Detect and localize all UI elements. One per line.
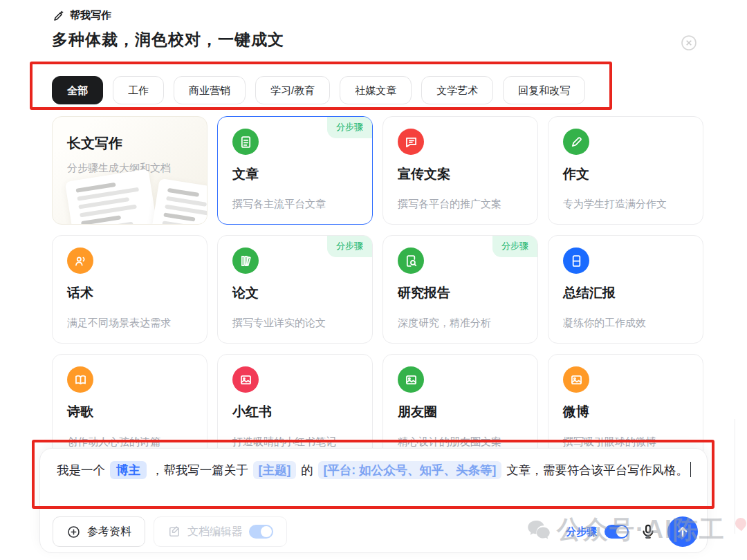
card-subtitle: 深度研究，精准分析 <box>398 317 491 330</box>
page-title: 多种体裁，润色校对，一键成文 <box>52 29 284 50</box>
card-promo-copy[interactable]: 宣传文案 撰写各平台的推广文案 <box>382 116 538 225</box>
text-cursor <box>690 462 692 477</box>
card-thesis[interactable]: 分步骤 论文 撰写专业详实的论文 <box>217 235 373 344</box>
card-moments[interactable]: 朋友圈 精心设计的朋友圈文案 <box>382 354 538 463</box>
reference-material-button[interactable]: 参考资料 <box>53 516 145 547</box>
thesis-icon <box>232 248 259 274</box>
app-title: 帮我写作 <box>70 9 111 22</box>
card-title: 诗歌 <box>67 403 192 421</box>
card-subtitle: 撰写各主流平台文章 <box>232 198 326 211</box>
card-title: 话术 <box>67 284 192 302</box>
card-subtitle: 满足不同场景表达需求 <box>67 317 171 330</box>
card-article[interactable]: 分步骤 文章 撰写各主流平台文章 <box>217 116 373 225</box>
tab-all[interactable]: 全部 <box>52 76 103 104</box>
paper-illustration <box>65 169 160 225</box>
card-title: 长文写作 <box>67 134 192 153</box>
card-title: 微博 <box>563 403 688 421</box>
document-editor-label: 文档编辑器 <box>187 525 243 539</box>
submit-button[interactable] <box>667 516 698 547</box>
step-badge: 分步骤 <box>327 117 372 138</box>
prompt-text: 我是一个 <box>57 463 109 477</box>
poem-icon <box>67 366 93 393</box>
tab-work[interactable]: 工作 <box>113 76 164 104</box>
topic-placeholder-pill[interactable]: [主题] <box>253 461 297 479</box>
document-editor-button[interactable]: 文档编辑器 <box>154 516 287 547</box>
card-subtitle: 精心设计的朋友圈文案 <box>398 436 501 449</box>
card-subtitle: 撰写各平台的推广文案 <box>398 198 501 211</box>
card-title: 研究报告 <box>398 284 523 302</box>
paper-illustration <box>148 178 208 225</box>
card-essay[interactable]: 作文 专为学生打造满分作文 <box>548 116 703 225</box>
card-subtitle: 创作动人心弦的诗篇 <box>67 436 160 449</box>
close-icon <box>680 34 698 52</box>
card-title: 作文 <box>563 165 688 183</box>
card-title: 朋友圈 <box>398 403 523 421</box>
app-title-row: 帮我写作 <box>53 9 111 22</box>
speech-icon <box>67 248 93 274</box>
composer-panel: 我是一个 博主 ，帮我写一篇关于 [主题] 的 [平台: 如公众号、知乎、头条等… <box>39 448 708 553</box>
prompt-text: ，帮我写一篇关于 <box>148 463 252 477</box>
card-research-report[interactable]: 分步骤 研究报告 深度研究，精准分析 <box>382 235 538 344</box>
writing-type-grid: 长文写作 分步骤生成大纲和文档 分步骤 文章 撰写各主流平台文章 宣传文案 撰写… <box>52 116 703 463</box>
composer-right-controls: 分步骤 <box>566 516 698 547</box>
microphone-icon[interactable] <box>639 523 657 541</box>
step-badge: 分步骤 <box>327 236 372 257</box>
close-button[interactable] <box>680 34 698 52</box>
article-icon <box>232 129 259 155</box>
tab-reply-rewrite[interactable]: 回复和改写 <box>503 76 585 104</box>
card-long-article[interactable]: 长文写作 分步骤生成大纲和文档 <box>52 116 208 225</box>
card-subtitle: 撰写专业详实的论文 <box>232 317 326 330</box>
xiaohongshu-icon <box>232 366 259 393</box>
card-poem[interactable]: 诗歌 创作动人心弦的诗篇 <box>52 354 208 463</box>
card-title: 小红书 <box>232 403 358 421</box>
weibo-icon <box>563 366 589 393</box>
research-report-icon <box>398 248 424 274</box>
card-weibo[interactable]: 微博 撰写吸引眼球的微博 <box>548 354 703 463</box>
card-subtitle: 打造吸睛的小红书笔记 <box>232 436 336 449</box>
pen-plus-icon <box>53 10 65 22</box>
card-speech-script[interactable]: 话术 满足不同场景表达需求 <box>52 235 208 344</box>
step-mode-toggle[interactable] <box>605 525 629 539</box>
step-badge: 分步骤 <box>492 236 537 257</box>
prompt-text: 的 <box>297 463 316 477</box>
role-pill[interactable]: 博主 <box>110 461 147 479</box>
prompt-input[interactable]: 我是一个 博主 ，帮我写一篇关于 [主题] 的 [平台: 如公众号、知乎、头条等… <box>57 458 697 483</box>
card-title: 论文 <box>232 284 358 302</box>
tab-education[interactable]: 学习/教育 <box>255 76 330 104</box>
edit-square-icon <box>167 525 181 539</box>
plus-circle-icon <box>66 525 81 539</box>
promo-copy-icon <box>398 129 424 155</box>
platform-placeholder-pill[interactable]: [平台: 如公众号、知乎、头条等] <box>318 461 502 479</box>
card-xiaohongshu[interactable]: 小红书 打造吸睛的小红书笔记 <box>217 354 373 463</box>
card-subtitle: 凝练你的工作成效 <box>563 317 646 330</box>
card-subtitle: 专为学生打造满分作文 <box>563 198 667 211</box>
window-edge-divider <box>735 419 735 534</box>
prompt-text: 文章，需要符合该平台写作风格。 <box>503 463 688 477</box>
tab-literature[interactable]: 文学艺术 <box>421 76 493 104</box>
essay-icon <box>563 129 589 155</box>
category-tabs: 全部 工作 商业营销 学习/教育 社媒文章 文学艺术 回复和改写 <box>52 76 585 104</box>
tab-social-media[interactable]: 社媒文章 <box>340 76 412 104</box>
card-subtitle: 撰写吸引眼球的微博 <box>563 436 656 449</box>
reference-material-label: 参考资料 <box>87 525 131 539</box>
summary-report-icon <box>563 248 589 274</box>
tab-marketing[interactable]: 商业营销 <box>174 76 246 104</box>
step-mode-label: 分步骤 <box>566 525 597 539</box>
card-title: 宣传文案 <box>398 165 523 183</box>
composer-toolbar: 参考资料 文档编辑器 分步骤 <box>53 516 698 547</box>
card-title: 总结汇报 <box>563 284 688 302</box>
card-title: 文章 <box>232 165 358 183</box>
document-editor-toggle[interactable] <box>249 525 273 539</box>
card-summary-report[interactable]: 总结汇报 凝练你的工作成效 <box>548 235 703 344</box>
arrow-up-icon <box>674 523 691 540</box>
moments-icon <box>398 366 424 393</box>
